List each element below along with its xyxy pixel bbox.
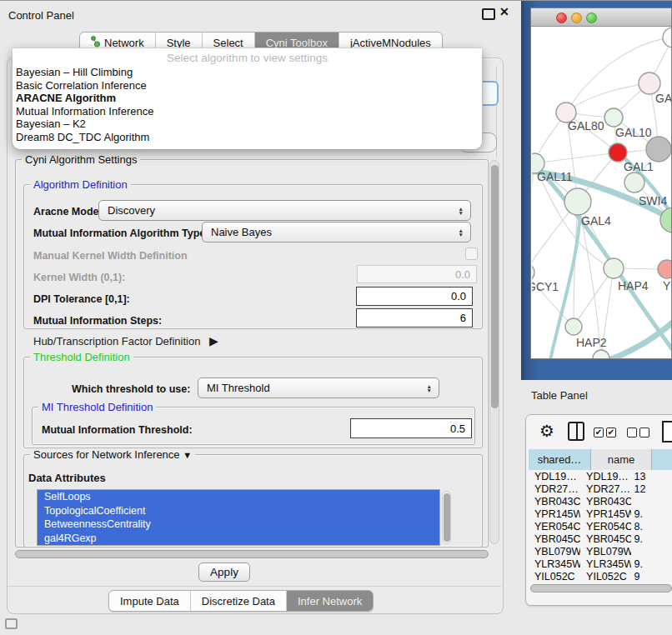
- minimize-traffic-light-icon[interactable]: [571, 12, 582, 23]
- table-row[interactable]: YBR045CYBR045C9.: [529, 532, 672, 545]
- table-row[interactable]: YER054CYER054C8.: [529, 520, 672, 532]
- hub-definition-label: Hub/Transcription Factor Definition: [33, 335, 200, 348]
- table-cell: 9.: [631, 508, 672, 520]
- apply-button[interactable]: Apply: [198, 562, 250, 582]
- table-cell: YER054C: [529, 521, 580, 532]
- hub-definition-expander[interactable]: Hub/Transcription Factor Definition ▶: [33, 334, 218, 348]
- network-node[interactable]: [604, 108, 623, 127]
- manual-kernel-label: Manual Kernel Width Definition: [33, 250, 188, 262]
- network-node[interactable]: [604, 258, 624, 278]
- table-row[interactable]: YBL079WYBL079W: [529, 545, 672, 558]
- algorithm-option[interactable]: ARACNE Algorithm: [13, 92, 482, 105]
- algorithm-option[interactable]: Mutual Information Inference: [13, 105, 482, 118]
- node-label: GAL4: [581, 214, 611, 228]
- attr-list-vscrollbar-thumb[interactable]: [444, 493, 450, 542]
- document-icon[interactable]: [662, 421, 672, 442]
- application-window: Control Panel ✕ NetworkStyleSelectCyni T…: [0, 0, 672, 635]
- column-layout-icon[interactable]: [568, 422, 584, 441]
- combo-arrows-icon: ▲▼: [427, 384, 432, 392]
- kernel-width-field[interactable]: 0.0: [357, 265, 477, 283]
- unchecked-checkbox-icon[interactable]: [639, 428, 649, 438]
- threshold-definition-title: Threshold Definition: [30, 352, 133, 363]
- aracne-mode-label: Aracne Mode:: [33, 206, 103, 218]
- attr-list-vscrollbar[interactable]: [442, 491, 451, 544]
- table-cell: YBR043C: [580, 496, 631, 508]
- settings-vscrollbar-thumb[interactable]: [491, 165, 499, 408]
- network-node[interactable]: [646, 137, 671, 162]
- mi-steps-field[interactable]: 6: [356, 308, 473, 328]
- mi-type-value: Naive Bayes: [211, 226, 272, 238]
- close-traffic-light-icon[interactable]: [556, 12, 567, 23]
- panel-divider: [8, 586, 501, 587]
- table-row[interactable]: YLR345WYLR345W9.: [529, 558, 672, 570]
- table-cell: YDR27…: [580, 483, 631, 495]
- table-row[interactable]: YDR27…YDR27…12: [529, 482, 672, 495]
- manual-kernel-checkbox[interactable]: [465, 248, 478, 260]
- settings-hscrollbar-thumb[interactable]: [15, 550, 489, 558]
- network-window-titlebar[interactable]: [531, 8, 671, 27]
- network-node[interactable]: [663, 28, 672, 48]
- table-panel-title: Table Panel: [531, 389, 588, 402]
- bottom-tab-infer-network[interactable]: Infer Network: [287, 591, 373, 611]
- network-node[interactable]: [564, 188, 591, 215]
- unchecked-checkbox-icon[interactable]: [627, 428, 637, 438]
- network-node[interactable]: [658, 260, 672, 278]
- table-cell: YPR145W: [529, 508, 580, 520]
- sources-title-text: Sources for Network Inference: [33, 448, 180, 461]
- table-cell: YLR345W: [580, 558, 631, 570]
- network-canvas[interactable]: GALGAL80GAL10GAL1GAL11SWI4GAL4GCY1HAP4YH…: [532, 27, 672, 358]
- mi-type-select[interactable]: Naive Bayes ▲▼: [202, 222, 471, 242]
- close-icon[interactable]: ✕: [499, 5, 509, 18]
- table-row[interactable]: YIL052CYIL052C9: [529, 570, 672, 582]
- network-edge: [574, 268, 614, 327]
- algorithm-option[interactable]: Bayesian – K2: [13, 118, 482, 131]
- algorithm-option[interactable]: Basic Correlation Inference: [13, 79, 482, 92]
- table-row[interactable]: YPR145WYPR145W9.: [529, 508, 672, 520]
- zoom-traffic-light-icon[interactable]: [586, 12, 597, 23]
- network-node[interactable]: [565, 318, 582, 335]
- expand-right-icon: ▶: [209, 334, 218, 348]
- attribute-list-item[interactable]: SelfLoops: [38, 490, 439, 504]
- table-column-header[interactable]: shared…: [529, 449, 591, 470]
- network-node[interactable]: [593, 350, 609, 358]
- aracne-mode-select[interactable]: Discovery ▲▼: [98, 200, 471, 221]
- table-column-header[interactable]: name: [591, 449, 652, 470]
- attribute-list-item[interactable]: gal4RGexp: [38, 532, 439, 546]
- attribute-list-item[interactable]: TopologicalCoefficient: [38, 504, 439, 518]
- table-cell: YDR27…: [529, 483, 580, 495]
- which-threshold-select[interactable]: MI Threshold ▲▼: [198, 378, 439, 398]
- node-label: SWI4: [639, 194, 667, 208]
- network-node[interactable]: [624, 172, 644, 192]
- dpi-tolerance-field[interactable]: 0.0: [356, 287, 473, 306]
- docked-panel-icon[interactable]: [5, 618, 18, 629]
- float-window-icon[interactable]: [482, 8, 495, 20]
- algorithm-option[interactable]: Bayesian – Hill Climbing: [13, 66, 482, 79]
- attribute-list-item[interactable]: BetweennessCentrality: [38, 518, 439, 532]
- network-node[interactable]: [609, 143, 627, 162]
- table-row[interactable]: YBR043CYBR043C: [529, 495, 672, 508]
- tab-label: Style: [167, 37, 191, 49]
- algorithm-definition-title: Algorithm Definition: [30, 179, 131, 191]
- algorithm-option[interactable]: Dream8 DC_TDC Algorithm: [13, 131, 482, 144]
- mi-type-label: Mutual Information Algorithm Type:: [33, 228, 208, 239]
- dpi-tolerance-label: DPI Tolerance [0,1]:: [33, 293, 130, 305]
- data-attributes-list[interactable]: SelfLoopsTopologicalCoefficientBetweenne…: [37, 489, 440, 546]
- mi-threshold-field[interactable]: 0.5: [350, 418, 472, 438]
- settings-vscrollbar[interactable]: [489, 160, 499, 544]
- bottom-tab-impute-data[interactable]: Impute Data: [109, 591, 191, 611]
- sources-group-title[interactable]: Sources for Network Inference ▼: [30, 449, 195, 461]
- table-hscrollbar-thumb[interactable]: [530, 584, 672, 592]
- table-cell: YER054C: [580, 521, 631, 532]
- table-row[interactable]: YDL19…YDL19…13: [529, 470, 672, 482]
- node-label: Y: [663, 279, 671, 292]
- algorithm-dropdown[interactable]: Select algorithm to view settings Bayesi…: [13, 48, 482, 149]
- table-cell: 9.: [631, 558, 672, 570]
- checked-checkbox-icon[interactable]: ✔: [606, 428, 616, 438]
- node-label: GAL1: [624, 160, 654, 173]
- network-node[interactable]: [532, 263, 534, 282]
- tab-label: Network: [104, 37, 144, 49]
- bottom-tab-discretize-data[interactable]: Discretize Data: [191, 591, 287, 611]
- checked-checkbox-icon[interactable]: ✔: [594, 428, 604, 438]
- table-column-header[interactable]: [652, 449, 672, 470]
- gear-icon[interactable]: ⚙: [539, 422, 554, 439]
